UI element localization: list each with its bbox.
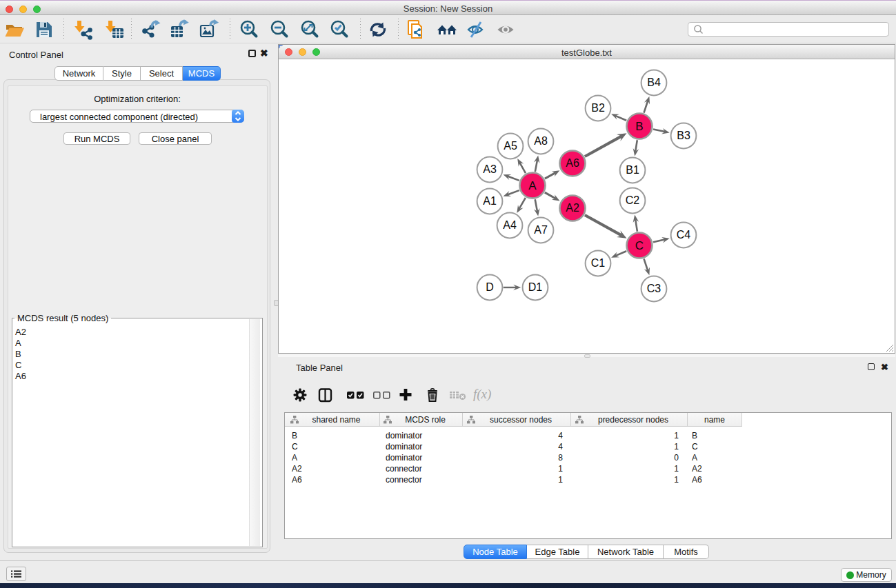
svg-text:A4: A4 <box>503 219 517 231</box>
svg-text:B1: B1 <box>626 164 639 176</box>
svg-text:B3: B3 <box>677 130 690 141</box>
svg-text:C: C <box>635 239 644 252</box>
svg-text:A: A <box>528 179 537 192</box>
svg-text:A6: A6 <box>566 157 579 169</box>
svg-text:B4: B4 <box>647 77 661 88</box>
svg-text:C1: C1 <box>591 257 606 269</box>
svg-text:A8: A8 <box>534 135 548 147</box>
svg-text:A3: A3 <box>483 163 497 175</box>
svg-text:D1: D1 <box>528 281 543 293</box>
svg-text:B2: B2 <box>591 102 605 114</box>
svg-text:C4: C4 <box>677 229 691 241</box>
svg-text:A2: A2 <box>566 202 579 214</box>
svg-text:A1: A1 <box>483 195 497 207</box>
svg-text:C2: C2 <box>626 194 640 206</box>
svg-text:A5: A5 <box>504 140 517 152</box>
svg-text:C3: C3 <box>647 283 661 294</box>
svg-text:A7: A7 <box>534 224 548 236</box>
svg-text:B: B <box>635 120 643 133</box>
svg-text:D: D <box>486 281 494 293</box>
